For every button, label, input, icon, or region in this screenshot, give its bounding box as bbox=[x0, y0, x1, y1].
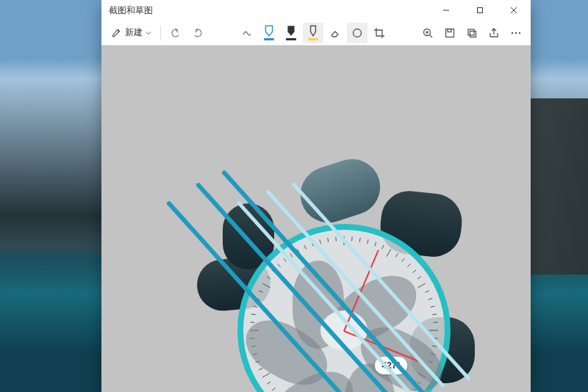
svg-line-58 bbox=[259, 291, 262, 293]
share-button[interactable] bbox=[484, 23, 504, 43]
close-button[interactable] bbox=[497, 0, 531, 21]
svg-line-7 bbox=[430, 35, 433, 37]
svg-line-56 bbox=[253, 306, 257, 308]
svg-rect-13 bbox=[470, 31, 476, 37]
maximize-button[interactable] bbox=[463, 0, 497, 21]
svg-line-88 bbox=[434, 322, 438, 323]
redo-button[interactable] bbox=[187, 23, 208, 43]
svg-line-87 bbox=[432, 314, 437, 315]
undo-button[interactable] bbox=[165, 23, 186, 43]
ballpoint-pen-button[interactable] bbox=[259, 23, 279, 43]
svg-line-80 bbox=[407, 264, 410, 266]
svg-line-79 bbox=[401, 258, 404, 262]
svg-line-76 bbox=[382, 245, 384, 249]
zoom-button[interactable] bbox=[417, 23, 438, 43]
window-title: 截图和草图 bbox=[109, 4, 153, 17]
svg-line-62 bbox=[277, 264, 280, 266]
pencil-button[interactable] bbox=[281, 23, 301, 43]
highlighter-button[interactable] bbox=[303, 23, 323, 43]
svg-line-48 bbox=[259, 369, 262, 371]
svg-rect-12 bbox=[468, 29, 474, 35]
svg-line-60 bbox=[267, 277, 270, 279]
svg-line-84 bbox=[426, 291, 429, 293]
crop-button[interactable] bbox=[369, 23, 390, 43]
svg-line-45 bbox=[272, 388, 276, 391]
svg-line-83 bbox=[417, 283, 425, 288]
svg-rect-1 bbox=[478, 8, 483, 13]
svg-point-15 bbox=[515, 32, 517, 33]
toolbar: 新建 bbox=[101, 21, 531, 46]
pen-group bbox=[237, 23, 390, 43]
svg-line-82 bbox=[417, 277, 421, 279]
svg-line-73 bbox=[359, 238, 360, 242]
svg-line-64 bbox=[290, 253, 293, 257]
svg-point-14 bbox=[512, 32, 513, 33]
svg-line-66 bbox=[304, 245, 306, 249]
more-button[interactable] bbox=[506, 23, 526, 43]
svg-line-75 bbox=[375, 242, 376, 247]
canvas-area[interactable]: 427° bbox=[101, 46, 531, 392]
svg-line-70 bbox=[336, 236, 337, 241]
new-snip-button[interactable]: 新建 bbox=[106, 23, 156, 43]
svg-line-47 bbox=[262, 373, 270, 377]
svg-point-5 bbox=[353, 29, 361, 37]
svg-line-54 bbox=[250, 322, 254, 323]
copy-button[interactable] bbox=[462, 23, 482, 43]
ruler-protractor-button[interactable] bbox=[347, 23, 368, 43]
touch-writing-button[interactable] bbox=[237, 23, 257, 43]
svg-rect-10 bbox=[446, 29, 454, 37]
svg-line-59 bbox=[262, 283, 270, 288]
svg-line-46 bbox=[267, 382, 270, 384]
svg-line-86 bbox=[431, 306, 435, 308]
eraser-button[interactable] bbox=[325, 23, 345, 43]
snip-sketch-window: 截图和草图 新建 bbox=[101, 0, 531, 392]
svg-line-74 bbox=[368, 239, 369, 244]
svg-line-85 bbox=[429, 298, 433, 300]
svg-line-55 bbox=[251, 314, 256, 315]
pen-color-indicator bbox=[264, 38, 274, 40]
titlebar: 截图和草图 bbox=[101, 0, 531, 21]
svg-line-72 bbox=[352, 236, 353, 241]
save-button[interactable] bbox=[440, 23, 460, 43]
pen-color-indicator bbox=[286, 38, 296, 40]
svg-line-78 bbox=[395, 253, 398, 257]
svg-rect-11 bbox=[448, 29, 451, 32]
svg-line-81 bbox=[412, 270, 416, 273]
svg-line-68 bbox=[320, 239, 321, 244]
image-fragment bbox=[293, 152, 387, 230]
svg-point-16 bbox=[519, 32, 520, 33]
pen-color-indicator bbox=[308, 38, 318, 40]
svg-line-69 bbox=[328, 238, 329, 242]
svg-line-19 bbox=[432, 346, 437, 346]
separator bbox=[160, 26, 161, 40]
minimize-button[interactable] bbox=[429, 0, 463, 21]
svg-line-77 bbox=[387, 249, 391, 256]
new-snip-label: 新建 bbox=[125, 26, 143, 39]
